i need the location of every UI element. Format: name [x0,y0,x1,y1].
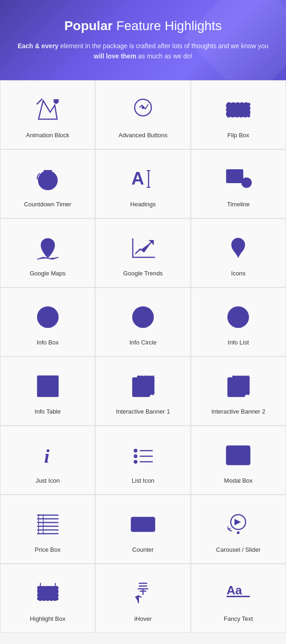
animation-block-label: Animation Block [26,132,69,139]
carousel-slider-icon [222,508,254,541]
highlight-box-icon [32,577,64,610]
grid-item-fancy-text[interactable]: AaFancy Text [191,564,286,633]
grid-item-info-box[interactable]: Info Box [0,287,95,357]
info-table-label: Info Table [35,408,61,415]
grid-item-animation-block[interactable]: Animation Block [0,80,95,149]
fancy-text-label: Fancy Text [224,615,253,622]
svg-point-15 [233,316,234,318]
svg-point-12 [142,311,144,313]
svg-point-37 [237,531,240,534]
price-box-icon [32,508,64,541]
svg-point-29 [134,449,137,453]
timeline-label: Timeline [227,201,250,208]
grid-item-advanced-buttons[interactable]: Advanced Buttons [95,80,190,149]
advanced-buttons-label: Advanced Buttons [118,132,168,139]
svg-text:5 6 >: 5 6 > [133,521,155,530]
list-icon-label: List Icon [132,477,154,484]
grid-item-info-circle[interactable]: Info Circle [95,287,190,357]
grid-item-countdown-timer[interactable]: Countdown Timer [0,149,95,218]
subtitle-bold2: will love them [94,52,136,60]
info-list-icon [222,301,254,333]
svg-point-8 [46,243,50,248]
counter-label: Counter [132,546,154,553]
icons-label: Icons [231,270,246,277]
grid-item-carousel-slider[interactable]: Carousel / Slider [191,495,286,564]
grid-item-interactive-banner-1[interactable]: 1Interactive Banner 1 [95,357,190,426]
google-trends-label: Google Trends [123,270,162,277]
google-trends-icon [127,232,159,264]
svg-point-2 [142,106,144,109]
svg-text:i: i [44,446,50,467]
subtitle-bold1: Each & every [18,42,58,50]
svg-text:2: 2 [238,383,243,392]
advanced-buttons-icon [127,94,159,126]
grid-item-google-maps[interactable]: Google Maps [0,218,95,287]
svg-point-14 [233,313,234,315]
interactive-banner-1-icon: 1 [127,370,159,402]
svg-rect-19 [47,376,58,385]
google-maps-icon [32,232,64,264]
info-box-icon [32,301,64,333]
price-box-label: Price Box [35,546,61,553]
info-circle-icon [127,301,159,333]
just-icon-label: Just Icon [36,477,60,484]
grid-item-interactive-banner-2[interactable]: 2Interactive Banner 2 [191,357,286,426]
countdown-timer-icon [32,163,64,195]
countdown-timer-label: Countdown Timer [24,201,72,208]
highlight-box-label: Highlight Box [30,615,65,622]
header-title: Popular Feature Highlights [14,19,272,33]
info-list-label: Info List [228,339,249,346]
grid-item-list-icon[interactable]: List Icon [95,426,190,495]
svg-rect-21 [47,385,58,396]
grid-item-just-icon[interactable]: iJust Icon [0,426,95,495]
svg-point-16 [233,319,234,321]
svg-point-31 [134,460,137,464]
ihover-label: iHover [134,615,152,622]
svg-rect-32 [227,446,250,465]
info-box-label: Info Box [37,339,59,346]
icons-icon [222,232,254,264]
features-grid: Animation BlockAdvanced ButtonsFlip BoxC… [0,80,286,633]
flip-box-label: Flip Box [228,132,249,139]
header-title-bold: Popular [64,19,112,33]
svg-rect-6 [227,170,243,183]
grid-item-price-box[interactable]: Price Box [0,495,95,564]
grid-item-flip-box[interactable]: Flip Box [191,80,286,149]
subtitle-text2: element in the package is crafted after … [58,42,268,50]
headings-label: Headings [130,201,156,208]
grid-item-info-list[interactable]: Info List [191,287,286,357]
grid-item-modal-box[interactable]: Modal Box [191,426,286,495]
header-title-normal: Feature Highlights [113,19,222,33]
headings-icon: A [127,163,159,195]
header-subtitle: Each & every element in the package is c… [14,41,272,62]
grid-item-timeline[interactable]: Timeline [191,149,286,218]
svg-point-39 [46,590,48,592]
grid-item-icons[interactable]: Icons [191,218,286,287]
list-icon-icon [127,439,159,472]
info-circle-label: Info Circle [130,339,157,346]
svg-text:1: 1 [137,383,142,392]
fancy-text-icon: Aa [222,577,254,610]
modal-box-icon [222,439,254,472]
page-header: Popular Feature Highlights Each & every … [0,0,286,80]
ihover-icon [127,577,159,610]
animation-block-icon [32,94,64,126]
carousel-slider-label: Carousel / Slider [216,546,260,553]
modal-box-label: Modal Box [224,477,253,484]
interactive-banner-1-label: Interactive Banner 1 [116,408,170,415]
grid-item-info-table[interactable]: Info Table [0,357,95,426]
timeline-icon [222,163,254,195]
svg-rect-18 [38,376,47,385]
google-maps-label: Google Maps [30,270,65,277]
svg-rect-20 [38,385,47,396]
svg-rect-38 [38,587,58,600]
grid-item-headings[interactable]: AHeadings [95,149,190,218]
grid-item-counter[interactable]: 5 6 >Counter [95,495,190,564]
just-icon-icon: i [32,439,64,472]
svg-point-10 [46,311,49,313]
grid-item-ihover[interactable]: iHover [95,564,190,633]
svg-text:A: A [131,169,144,188]
grid-item-highlight-box[interactable]: Highlight Box [0,564,95,633]
grid-item-google-trends[interactable]: Google Trends [95,218,190,287]
flip-box-icon [222,94,254,126]
